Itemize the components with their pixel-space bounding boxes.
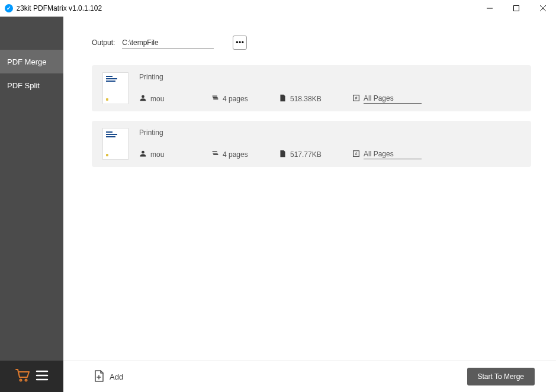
file-card[interactable]: Printing mou 4 pages 517.77KB [92,121,531,167]
user-icon [139,150,147,159]
app-icon: ✓ [5,4,13,12]
ellipsis-icon: ••• [236,39,244,46]
menu-icon[interactable] [36,369,49,384]
svg-point-5 [25,379,27,381]
pages-icon [211,150,219,159]
range-icon: # [352,94,360,104]
app-title: z3kit PDFMatrix v1.0.1.102 [17,4,102,12]
page-range-input[interactable] [364,94,422,104]
minimize-button[interactable] [476,0,503,17]
svg-text:#: # [355,95,358,99]
output-path-input[interactable] [122,37,214,49]
user-icon [139,94,147,104]
svg-point-4 [20,379,21,381]
sidebar-bottom-bar [0,361,63,392]
output-label: Output: [92,38,115,47]
maximize-button[interactable] [503,0,529,17]
browse-output-button[interactable]: ••• [233,36,247,50]
file-name: Printing [139,73,520,81]
file-size: 517.77KB [290,150,322,159]
main-panel: Output: ••• Printing mou [63,17,556,392]
cart-icon[interactable] [15,369,30,384]
file-list: Printing mou 4 pages 518.38KB [63,58,556,361]
start-merge-button[interactable]: Start To Merge [467,368,535,385]
file-name: Printing [139,128,520,137]
add-button-label: Add [110,372,123,381]
svg-text:#: # [355,151,358,155]
svg-rect-1 [513,6,519,11]
sidebar-item-pdf-split[interactable]: PDF Split [0,73,63,97]
sidebar-item-pdf-merge[interactable]: PDF Merge [0,50,63,73]
footer: Add Start To Merge [63,361,556,392]
file-pages: 4 pages [223,95,248,103]
file-thumbnail [102,72,128,104]
close-button[interactable] [529,0,556,17]
add-file-icon [93,369,105,384]
title-bar: ✓ z3kit PDFMatrix v1.0.1.102 [0,0,556,17]
file-thumbnail [102,128,128,160]
page-range-input[interactable] [364,149,422,159]
add-button[interactable]: Add [93,369,123,384]
range-icon: # [352,150,360,159]
sidebar-item-label: PDF Split [7,81,40,90]
output-row: Output: ••• [63,17,556,58]
file-pages: 4 pages [223,150,248,159]
sidebar: PDF Merge PDF Split [0,17,63,392]
file-size: 518.38KB [290,95,322,103]
file-icon [279,150,287,159]
file-user: mou [150,150,164,159]
file-icon [279,94,287,104]
file-card[interactable]: Printing mou 4 pages 518.38KB [92,65,531,111]
pages-icon [211,94,219,104]
file-user: mou [150,95,164,103]
sidebar-item-label: PDF Merge [7,57,46,66]
